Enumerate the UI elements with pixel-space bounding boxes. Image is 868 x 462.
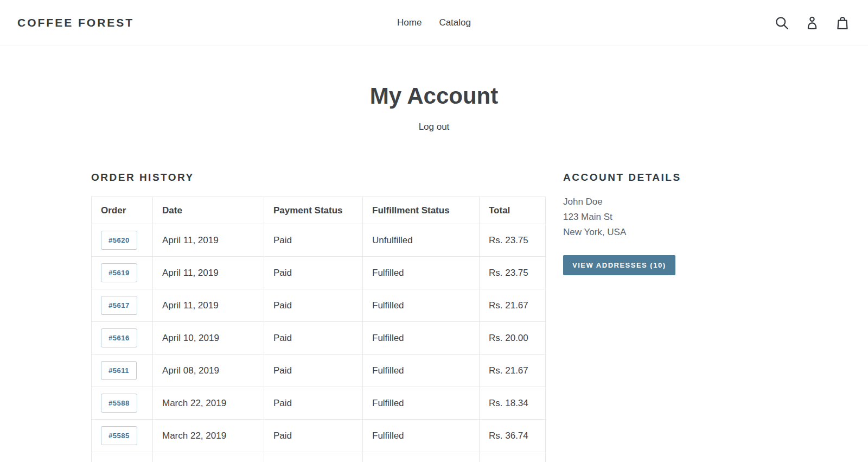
date-cell [153, 452, 264, 462]
total-cell: Rs. 23.75 [480, 257, 546, 289]
main-content: My Account Log out ORDER HISTORY Order D… [0, 81, 868, 462]
fulfillment-status-cell: Fulfilled [363, 257, 480, 289]
payment-status-cell: Paid [264, 257, 363, 289]
payment-status-cell: Paid [264, 355, 363, 387]
total-cell: Rs. 21.67 [480, 355, 546, 387]
table-row-partial [92, 452, 546, 462]
fulfillment-status-cell: Fulfilled [363, 420, 480, 452]
table-header-row: Order Date Payment Status Fulfillment St… [92, 197, 546, 224]
date-cell: March 22, 2019 [153, 387, 264, 420]
order-cell: #5619 [92, 257, 153, 289]
order-cell: #5617 [92, 289, 153, 322]
order-number-link[interactable]: #5616 [101, 328, 137, 347]
column-header-payment-status: Payment Status [264, 197, 363, 224]
payment-status-cell: Paid [264, 420, 363, 452]
total-cell: Rs. 20.00 [480, 322, 546, 355]
date-cell: April 10, 2019 [153, 322, 264, 355]
payment-status-cell: Paid [264, 224, 363, 257]
account-address-line1: 123 Main St [563, 210, 777, 225]
order-number-link[interactable]: #5617 [101, 296, 137, 315]
fulfillment-status-cell: Fulfilled [363, 355, 480, 387]
cart-icon[interactable] [834, 15, 851, 31]
payment-status-cell [264, 452, 363, 462]
nav-link-home[interactable]: Home [397, 17, 422, 28]
total-cell: Rs. 21.67 [480, 289, 546, 322]
site-header: COFFEE FOREST Home Catalog [0, 0, 868, 46]
table-row: #5611 April 08, 2019 Paid Fulfilled Rs. … [92, 355, 546, 387]
account-name: John Doe [563, 194, 777, 210]
order-history-section: ORDER HISTORY Order Date Payment Status … [91, 172, 545, 462]
payment-status-cell: Paid [264, 322, 363, 355]
order-number-link[interactable]: #5619 [101, 263, 137, 282]
date-cell: April 08, 2019 [153, 355, 264, 387]
order-number-link[interactable]: #5611 [101, 361, 137, 380]
header-icons [774, 15, 851, 31]
table-row: #5620 April 11, 2019 Paid Unfulfilled Rs… [92, 224, 546, 257]
order-number-link[interactable]: #5585 [101, 426, 137, 445]
total-cell [480, 452, 546, 462]
total-cell: Rs. 23.75 [480, 224, 546, 257]
column-header-date: Date [153, 197, 264, 224]
column-header-fulfillment-status: Fulfillment Status [363, 197, 480, 224]
fulfillment-status-cell: Fulfilled [363, 322, 480, 355]
table-row: #5617 April 11, 2019 Paid Fulfilled Rs. … [92, 289, 546, 322]
view-addresses-button[interactable]: VIEW ADDRESSES (10) [563, 255, 675, 275]
order-history-heading: ORDER HISTORY [91, 172, 545, 183]
order-number-link[interactable]: #5620 [101, 231, 137, 250]
page-title: My Account [0, 81, 868, 111]
account-details-section: ACCOUNT DETAILS John Doe 123 Main St New… [563, 172, 777, 462]
fulfillment-status-cell: Fulfilled [363, 387, 480, 420]
total-cell: Rs. 36.74 [480, 420, 546, 452]
table-row: #5588 March 22, 2019 Paid Fulfilled Rs. … [92, 387, 546, 420]
order-number-link[interactable]: #5588 [101, 394, 137, 413]
order-cell: #5585 [92, 420, 153, 452]
logout-link[interactable]: Log out [419, 122, 450, 132]
date-cell: March 22, 2019 [153, 420, 264, 452]
table-row: #5619 April 11, 2019 Paid Fulfilled Rs. … [92, 257, 546, 289]
fulfillment-status-cell [363, 452, 480, 462]
order-cell: #5620 [92, 224, 153, 257]
order-cell [92, 452, 153, 462]
payment-status-cell: Paid [264, 387, 363, 420]
main-nav: Home Catalog [397, 17, 471, 28]
column-header-order: Order [92, 197, 153, 224]
fulfillment-status-cell: Unfulfilled [363, 224, 480, 257]
order-cell: #5611 [92, 355, 153, 387]
orders-table: Order Date Payment Status Fulfillment St… [91, 197, 546, 462]
order-cell: #5588 [92, 387, 153, 420]
order-cell: #5616 [92, 322, 153, 355]
payment-status-cell: Paid [264, 289, 363, 322]
date-cell: April 11, 2019 [153, 257, 264, 289]
account-address-line2: New York, USA [563, 225, 777, 240]
account-details-heading: ACCOUNT DETAILS [563, 172, 777, 183]
date-cell: April 11, 2019 [153, 224, 264, 257]
account-icon[interactable] [804, 15, 820, 31]
account-info: John Doe 123 Main St New York, USA [563, 194, 777, 240]
column-header-total: Total [480, 197, 546, 224]
nav-link-catalog[interactable]: Catalog [439, 17, 471, 28]
total-cell: Rs. 18.34 [480, 387, 546, 420]
fulfillment-status-cell: Fulfilled [363, 289, 480, 322]
date-cell: April 11, 2019 [153, 289, 264, 322]
table-row: #5585 March 22, 2019 Paid Fulfilled Rs. … [92, 420, 546, 452]
search-icon[interactable] [774, 15, 790, 31]
store-logo[interactable]: COFFEE FOREST [17, 16, 134, 29]
table-row: #5616 April 10, 2019 Paid Fulfilled Rs. … [92, 322, 546, 355]
